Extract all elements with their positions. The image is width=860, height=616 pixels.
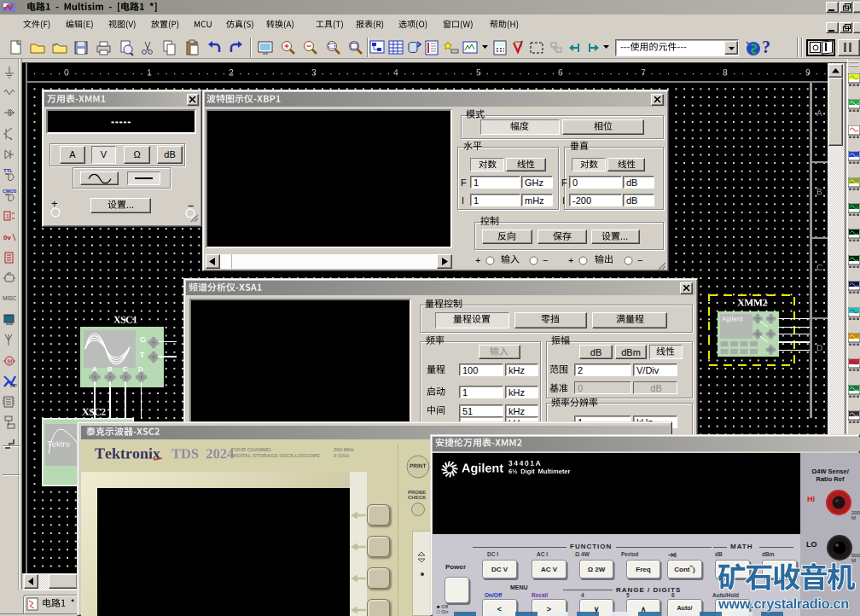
svg-text:0v: 0v xyxy=(3,234,11,241)
svg-text:M: M xyxy=(8,358,13,364)
svg-text:1: 1 xyxy=(6,213,9,219)
svg-text:CMOS: CMOS xyxy=(3,189,17,194)
svg-text:MISC: MISC xyxy=(3,295,17,301)
svg-text:FPGA: FPGA xyxy=(10,383,17,388)
svg-text:TTL: TTL xyxy=(3,168,13,173)
